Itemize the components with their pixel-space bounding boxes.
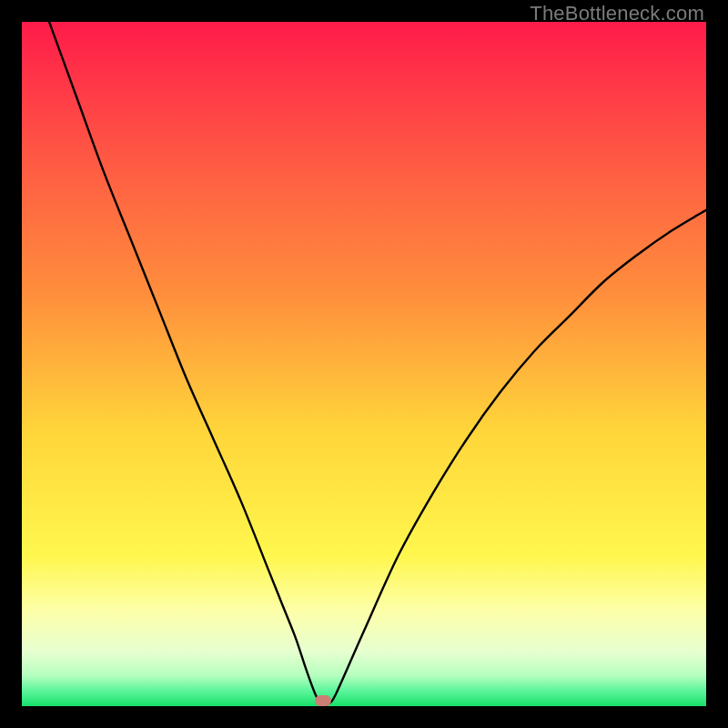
chart-frame	[22, 22, 706, 706]
bottleneck-chart	[22, 22, 706, 706]
optimal-point-marker	[315, 695, 331, 706]
gradient-background	[22, 22, 706, 706]
watermark-text: TheBottleneck.com	[530, 2, 704, 25]
